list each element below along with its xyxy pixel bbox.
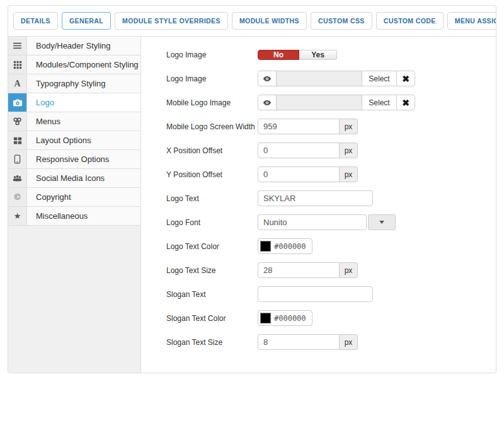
logo-image-select-button[interactable]: Select [362,71,397,86]
logo-image-toggle-label: Logo Image [166,50,258,59]
grid-icon [8,55,27,74]
mobile-logo-media-group: Select ✖ [258,95,415,110]
color-swatch[interactable] [260,241,271,252]
sidebar-item-typography-styling[interactable]: A Typography Styling [8,74,140,93]
form-row: Slogan Text Size px [166,334,483,350]
users-icon [8,169,27,187]
logo-text-size-label: Logo Text Size [166,266,258,275]
sidebar-item-label: Body/Header Styling [27,37,140,55]
slogan-text-color-picker[interactable] [258,310,312,326]
px-unit-addon: px [340,334,358,350]
form-row: Slogan Text Color [166,310,483,326]
sidebar-item-miscellaneous[interactable]: ★ Miscellaneous [8,207,140,226]
x-position-offset-label: X Position Offset [166,146,258,155]
sidebar-item-social-media-icons[interactable]: Social Media Icons [8,169,140,188]
tab-general[interactable]: GENERAL [62,12,111,30]
blocks-icon [8,131,27,149]
star-icon: ★ [8,207,27,225]
tablet-icon [8,150,27,168]
form-row: Mobile Logo Screen Width px [166,119,483,134]
font-icon: A [8,74,27,93]
y-position-offset-label: Y Position Offset [166,170,258,179]
form-row: Logo Font Nunito [166,214,483,230]
tab-module-widths[interactable]: MODULE WIDTHS [232,12,307,30]
mobile-logo-screen-width-label: Mobile Logo Screen Width [166,122,258,131]
mobile-logo-screen-width-group: px [258,119,358,134]
form-row: Logo Image Select ✖ [166,71,483,86]
sidebar-item-modules-component-styling[interactable]: Modules/Component Styling [8,55,140,74]
logo-text-label: Logo Text [166,194,258,203]
mobile-logo-image-label: Mobile Logo Image [166,98,258,107]
form-row: Logo Text Color [166,238,483,254]
chevron-down-icon [379,221,384,224]
tab-details[interactable]: DETAILS [13,12,58,30]
template-settings-panel: DETAILS GENERAL MODULE STYLE OVERRIDES M… [8,5,496,373]
sidebar-item-label: Modules/Component Styling [27,55,140,74]
form-row: X Position Offset px [166,143,483,158]
logo-text-size-group: px [258,262,358,278]
logo-font-label: Logo Font [166,218,258,227]
x-position-offset-input[interactable] [258,143,340,158]
px-unit-addon: px [340,119,358,134]
sidebar-item-logo[interactable]: Logo [8,93,140,112]
slogan-text-input[interactable] [258,286,373,302]
logo-image-yes-button[interactable]: Yes [299,50,337,60]
logo-font-select: Nunito [258,214,396,230]
clear-x-icon[interactable]: ✖ [396,95,415,110]
dropdown-caret-button[interactable] [368,214,396,230]
logo-text-input[interactable] [258,190,373,206]
camera-icon [8,93,27,112]
px-unit-addon: px [340,143,358,158]
color-swatch[interactable] [260,313,271,323]
copyright-icon: © [8,188,27,206]
logo-text-color-label: Logo Text Color [166,242,258,251]
logo-settings-form: Logo Image No Yes Logo Image Select ✖ [141,37,496,373]
tab-menu-assignment[interactable]: MENU ASSIGNMENT [447,12,496,30]
preview-eye-icon[interactable] [258,71,277,86]
sidebar-item-label: Social Media Icons [27,169,140,187]
sidebar-item-label: Logo [27,93,140,112]
tab-custom-css[interactable]: CUSTOM CSS [311,12,372,30]
list-icon [8,37,27,55]
mobile-logo-screen-width-input[interactable] [258,119,340,134]
sidebar-item-label: Responsive Options [27,150,140,168]
px-unit-addon: px [340,166,358,182]
preview-eye-icon[interactable] [258,95,277,110]
logo-image-media-group: Select ✖ [258,71,415,86]
tab-custom-code[interactable]: CUSTOM CODE [376,12,444,30]
sidebar-item-label: Layout Options [27,131,140,149]
logo-image-toggle: No Yes [258,50,337,60]
form-row: Slogan Text [166,286,483,302]
slogan-text-size-input[interactable] [258,334,340,350]
logo-image-file-label: Logo Image [166,74,258,83]
sidebar-item-copyright[interactable]: © Copyright [8,188,140,207]
sidebar-item-label: Miscellaneous [27,207,140,225]
sidebar-item-body-header-styling[interactable]: Body/Header Styling [8,37,140,55]
y-position-offset-group: px [258,166,358,182]
logo-image-no-button[interactable]: No [258,50,299,60]
mobile-logo-select-button[interactable]: Select [362,95,397,110]
share-icon [8,112,27,131]
clear-x-icon[interactable]: ✖ [396,71,415,86]
form-row: Mobile Logo Image Select ✖ [166,95,483,110]
sidebar-item-responsive-options[interactable]: Responsive Options [8,150,140,169]
sidebar-item-menus[interactable]: Menus [8,112,140,131]
logo-font-value[interactable]: Nunito [258,214,367,230]
sidebar-item-label: Menus [27,112,140,131]
y-position-offset-input[interactable] [258,166,340,182]
form-row: Logo Text [166,190,483,206]
logo-text-color-input[interactable] [274,242,312,251]
slogan-text-size-label: Slogan Text Size [166,338,258,347]
form-row: Logo Text Size px [166,262,483,278]
px-unit-addon: px [340,262,358,278]
tab-module-style-overrides[interactable]: MODULE STYLE OVERRIDES [115,12,228,30]
logo-image-path-input[interactable] [276,71,362,86]
logo-text-color-picker[interactable] [258,238,312,254]
sidebar-item-label: Typography Styling [27,74,140,93]
logo-text-size-input[interactable] [258,262,340,278]
mobile-logo-path-input[interactable] [276,95,362,110]
settings-sidebar: Body/Header Styling Modules/Component St… [8,37,141,373]
sidebar-filler [8,226,140,373]
slogan-text-color-input[interactable] [274,314,312,323]
sidebar-item-layout-options[interactable]: Layout Options [8,131,140,150]
